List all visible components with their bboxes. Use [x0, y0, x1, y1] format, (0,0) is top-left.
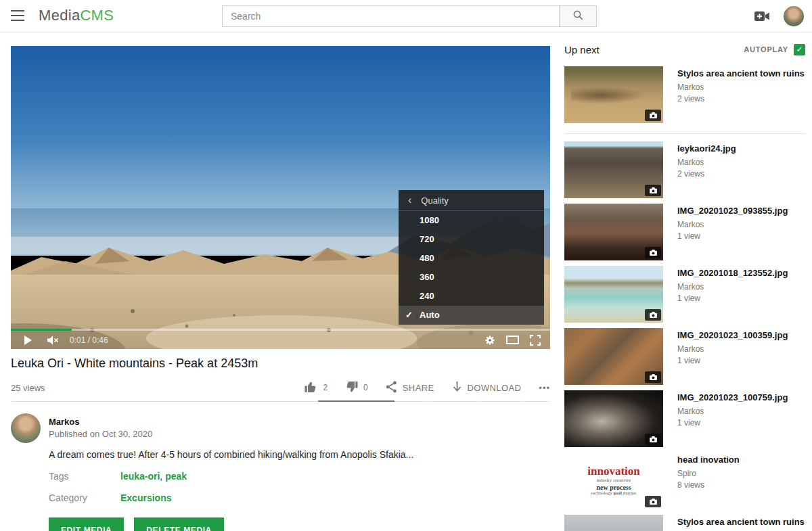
thumbnail[interactable]: [564, 328, 663, 385]
up-next-item-5[interactable]: IMG_20201023_100359.jpg Markos 1 view: [564, 328, 805, 385]
settings-gear-icon[interactable]: [484, 335, 495, 346]
item-author: Spiro: [677, 469, 740, 478]
up-next-sidebar: Up next AUTOPLAY ✓ Stylos area ancient t…: [564, 41, 805, 531]
camera-badge-icon: [645, 185, 661, 196]
check-icon: ✓: [405, 306, 413, 325]
up-next-item-8[interactable]: Stylos area ancient town ruins: [564, 515, 805, 531]
search-input[interactable]: [222, 5, 559, 27]
autoplay-label: AUTOPLAY: [744, 45, 788, 53]
quality-option-auto[interactable]: ✓ Auto: [399, 306, 544, 325]
play-button[interactable]: [24, 336, 32, 345]
item-title: IMG_20201023_093855.jpg: [677, 205, 788, 216]
search-button[interactable]: [559, 5, 597, 27]
up-next-item-2[interactable]: leykaori24.jpg Markos 2 views: [564, 141, 805, 198]
quality-menu-title: Quality: [421, 195, 448, 206]
thumbs-up-icon: [304, 381, 317, 395]
action-bar: 2 0 SHARE DOWNLOAD •••: [317, 378, 550, 397]
camera-badge-icon: [645, 110, 661, 121]
up-next-item-3[interactable]: IMG_20201023_093855.jpg Markos 1 view: [564, 204, 805, 260]
thumbnail[interactable]: [564, 390, 663, 447]
thumbnail[interactable]: [564, 66, 663, 123]
quality-menu-back[interactable]: ‹ Quality: [399, 190, 544, 211]
video-player[interactable]: ‹ Quality 1080 720 480 360 240 ✓ Auto 0:…: [11, 46, 550, 349]
tag-link-leuka-ori[interactable]: leuka-ori: [120, 471, 160, 482]
thumbnail[interactable]: [564, 515, 663, 531]
up-next-item-1[interactable]: Stylos area ancient town ruins Markos 2 …: [564, 66, 805, 134]
quality-option-1080[interactable]: 1080: [399, 211, 544, 230]
download-icon: [452, 381, 462, 394]
item-views: 8 views: [677, 480, 740, 490]
view-count: 25 views: [11, 383, 45, 393]
top-bar: MediaCMS: [0, 0, 812, 32]
like-button[interactable]: 2: [304, 381, 328, 395]
search-icon: [572, 9, 584, 24]
item-title: Stylos area ancient town ruins: [677, 68, 805, 79]
thumbnail[interactable]: [564, 141, 663, 198]
up-next-item-7[interactable]: innovation industry creativity new proce…: [564, 453, 805, 509]
like-count: 2: [323, 383, 328, 392]
item-title: IMG_20201018_123552.jpg: [677, 267, 788, 279]
item-title: Stylos area ancient town ruins: [677, 516, 805, 528]
quality-option-360[interactable]: 360: [399, 268, 544, 287]
upload-media-icon[interactable]: [752, 9, 771, 23]
item-views: 2 views: [677, 94, 805, 103]
dislike-count: 0: [363, 383, 368, 392]
up-next-item-6[interactable]: IMG_20201023_100759.jpg Markos 1 view: [564, 390, 805, 447]
category-label: Category: [49, 492, 87, 503]
camera-badge-icon: [645, 496, 661, 507]
quality-option-240[interactable]: 240: [399, 287, 544, 306]
tags-label: Tags: [49, 471, 69, 482]
time-display: 0:01 / 0:46: [70, 336, 108, 345]
item-views: 1 view: [677, 231, 788, 241]
tag-link-peak[interactable]: peak: [165, 471, 187, 482]
author-avatar[interactable]: [11, 413, 41, 443]
item-title: IMG_20201023_100759.jpg: [677, 392, 788, 403]
active-tab-indicator: [318, 400, 394, 402]
category-link-excursions[interactable]: Excursions: [120, 492, 171, 503]
tags-values: leuka-ori, peak: [120, 471, 187, 482]
quality-option-480[interactable]: 480: [399, 249, 544, 268]
item-views: 2 views: [677, 169, 736, 179]
theater-mode-icon[interactable]: [506, 336, 519, 344]
thumbs-down-icon: [345, 381, 358, 395]
item-author: Markos: [677, 407, 788, 416]
menu-icon[interactable]: [11, 10, 24, 21]
item-views: 1 view: [677, 418, 788, 428]
thumbnail[interactable]: [564, 266, 663, 323]
video-description: A dream comes true! After 4-5 hours of c…: [49, 449, 413, 460]
logo-media: Media: [39, 7, 80, 24]
up-next-item-4[interactable]: IMG_20201018_123552.jpg Markos 1 view: [564, 266, 805, 323]
thumbnail[interactable]: [564, 204, 663, 260]
divider: [11, 401, 550, 402]
download-button[interactable]: DOWNLOAD: [452, 381, 522, 394]
item-title: head inovation: [677, 454, 740, 465]
delete-media-button[interactable]: DELETE MEDIA: [134, 517, 224, 531]
quality-option-720[interactable]: 720: [399, 230, 544, 249]
player-control-bar: 0:01 / 0:46: [11, 331, 550, 349]
camera-badge-icon: [645, 434, 661, 445]
fullscreen-icon[interactable]: [530, 335, 541, 346]
chevron-left-icon: ‹: [408, 194, 411, 206]
search-form: [222, 5, 597, 27]
more-options-icon[interactable]: •••: [539, 383, 550, 393]
item-author: Markos: [677, 158, 736, 167]
up-next-title: Up next: [564, 44, 600, 55]
camera-badge-icon: [645, 247, 661, 258]
share-button[interactable]: SHARE: [386, 381, 434, 395]
edit-media-button[interactable]: EDIT MEDIA: [49, 517, 124, 531]
autoplay-checkbox[interactable]: ✓: [794, 44, 805, 55]
item-author: Markos: [677, 282, 788, 292]
share-label: SHARE: [403, 383, 434, 393]
publish-date: Published on Oct 30, 2020: [49, 429, 152, 439]
mute-icon[interactable]: [47, 335, 59, 346]
share-icon: [386, 381, 397, 395]
logo[interactable]: MediaCMS: [39, 7, 114, 24]
author-name[interactable]: Markos: [49, 417, 80, 427]
dislike-button[interactable]: 0: [345, 381, 368, 395]
user-avatar[interactable]: [784, 6, 804, 26]
item-author: Markos: [677, 83, 805, 92]
camera-badge-icon: [645, 371, 661, 383]
item-views: 1 view: [677, 356, 788, 365]
thumbnail-word-cloud[interactable]: innovation industry creativity new proce…: [564, 453, 663, 509]
item-author: Markos: [677, 220, 788, 229]
